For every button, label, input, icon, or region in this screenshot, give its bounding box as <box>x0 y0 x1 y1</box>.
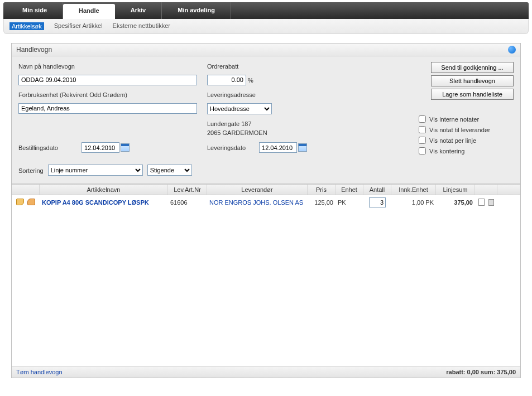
table-row: KOPIP A4 80G SCANDICOPY LØSPK 61606 NOR … <box>12 195 520 210</box>
unit-label: Forbruksenhet (Rekvirent Odd Grødem) <box>18 90 203 100</box>
chk-vendor-note[interactable] <box>419 126 426 133</box>
col-artikkelnavn: Artikkelnavn <box>40 185 168 195</box>
chk-vendor-note-label: Vis notat til leverandør <box>429 127 490 133</box>
qty-input[interactable] <box>369 197 386 207</box>
cell-unit: PK <box>336 198 363 207</box>
unit-input[interactable] <box>18 103 197 114</box>
subtab-spesifiser[interactable]: Spesifiser Artikkel <box>54 22 103 30</box>
note-icon[interactable] <box>478 199 485 206</box>
cart-panel: Handlevogn Navn på handlevogn Ordrerabat… <box>11 43 521 378</box>
addr-line2: 2065 GARDERMOEN <box>207 129 391 137</box>
chk-kontering-label: Vis kontering <box>429 148 464 154</box>
tab-handle[interactable]: Handle <box>63 4 115 19</box>
col-linjesum: Linjesum <box>436 185 475 195</box>
chk-internal-notes-label: Vis interne notater <box>429 116 479 123</box>
vendor-link[interactable]: NOR ENGROS JOHS. OLSEN AS <box>209 199 303 206</box>
chk-internal-notes[interactable] <box>419 115 426 123</box>
thumb-up-icon[interactable] <box>16 199 24 205</box>
cart-name-input[interactable] <box>18 75 197 85</box>
order-date-input[interactable] <box>82 142 119 153</box>
panel-title: Handlevogn <box>16 46 52 54</box>
empty-cart-link[interactable]: Tøm handlevogn <box>16 369 63 375</box>
tab-arkiv[interactable]: Arkiv <box>115 2 162 19</box>
col-pris: Pris <box>308 185 336 195</box>
sort-field-select[interactable]: Linje nummer <box>48 165 143 176</box>
sub-tabs: Artikkelsøk Spesifiser Artikkel Eksterne… <box>3 19 529 34</box>
trash-icon[interactable] <box>488 199 494 206</box>
main-tabs: Min side Handle Arkiv Min avdeling <box>3 2 529 19</box>
delivery-address-select[interactable]: Hovedadresse <box>207 103 272 114</box>
order-date-label: Bestillingsdato <box>18 143 80 151</box>
subtab-eksterne[interactable]: Eksterne nettbutikker <box>113 22 170 30</box>
article-link[interactable]: KOPIP A4 80G SCANDICOPY LØSPK <box>42 199 149 206</box>
calendar-icon[interactable] <box>121 143 130 152</box>
sort-dir-select[interactable]: Stigende <box>147 165 192 176</box>
cell-artnr: 61606 <box>168 198 207 207</box>
chk-kontering[interactable] <box>419 147 426 154</box>
col-leverandor: Leverandør <box>207 185 308 195</box>
discount-label: Ordrerabatt <box>207 62 391 71</box>
addr-line1: Lundengate 187 <box>207 120 391 128</box>
delivery-date-input[interactable] <box>259 142 297 153</box>
discount-input[interactable] <box>207 75 246 85</box>
delete-cart-button[interactable]: Slett handlevogn <box>431 75 514 86</box>
save-list-button[interactable]: Lagre som handleliste <box>431 89 514 100</box>
delivery-addr-label: Leveringsadresse <box>207 90 391 100</box>
chk-line-note[interactable] <box>419 137 426 144</box>
col-antall: Antall <box>363 185 391 195</box>
cell-price: 125,00 <box>308 198 336 207</box>
cell-iunit: 1,00 PK <box>391 198 436 207</box>
col-levartnr: Lev.Art.Nr <box>168 185 207 195</box>
help-icon[interactable] <box>508 46 516 54</box>
col-enhet: Enhet <box>336 185 363 195</box>
approve-button[interactable]: Send til godkjenning ... <box>431 62 514 73</box>
handshake-icon[interactable] <box>27 199 35 205</box>
delivery-date-label: Leveringsdato <box>207 143 257 151</box>
tab-min-side[interactable]: Min side <box>7 2 63 19</box>
tab-min-avdeling[interactable]: Min avdeling <box>162 2 231 19</box>
chk-line-note-label: Vis notat per linje <box>429 137 476 144</box>
cell-linesum: 375,00 <box>436 198 475 207</box>
grid-header: Artikkelnavn Lev.Art.Nr Leverandør Pris … <box>12 184 520 195</box>
col-innkenhet: Innk.Enhet <box>391 185 436 195</box>
discount-pct: % <box>248 76 253 83</box>
calendar-icon[interactable] <box>298 143 307 152</box>
cart-name-label: Navn på handlevogn <box>18 62 203 71</box>
footer-bar: Tøm handlevogn rabatt: 0,00 sum: 375,00 <box>12 366 520 378</box>
subtab-artikkelsok[interactable]: Artikkelsøk <box>9 22 44 30</box>
cart-summary: rabatt: 0,00 sum: 375,00 <box>446 369 516 375</box>
sort-label: Sortering <box>18 166 44 174</box>
